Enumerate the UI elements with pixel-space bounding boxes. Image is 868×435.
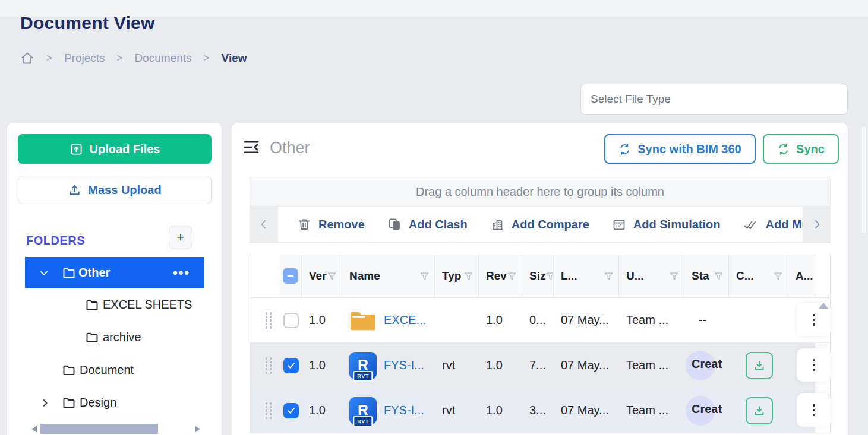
scrollbar-thumb[interactable]	[40, 424, 158, 434]
folder-tree-item-archive[interactable]: archive	[7, 321, 222, 354]
select-all-checkbox[interactable]	[283, 268, 298, 284]
breadcrumb-item-documents[interactable]: Documents	[135, 52, 192, 65]
folders-heading: FOLDERS	[26, 234, 85, 247]
add-mu-button[interactable]: Add Mu	[743, 217, 803, 231]
file-type-select[interactable]	[580, 84, 848, 115]
download-button[interactable]	[746, 352, 773, 379]
sync-with-bim360-button[interactable]: Sync with BIM 360	[604, 134, 756, 164]
grid-toolbar: RemoveAdd ClashAdd CompareAdd Simulation…	[250, 207, 831, 243]
toolbar-scroll-right-button[interactable]	[803, 207, 831, 242]
toolbar-button-label: Add Simulation	[633, 218, 721, 231]
row-checkbox[interactable]	[283, 358, 299, 373]
chevron-right-icon[interactable]	[40, 398, 52, 408]
page-scrollbar-thumb[interactable]	[861, 126, 867, 234]
column-header-label: L...	[561, 269, 577, 282]
table-row[interactable]: 1.0EXCE...1.00...07 May...Team ...--	[250, 298, 830, 343]
minus-icon	[286, 271, 295, 281]
row-menu-button[interactable]	[797, 348, 831, 382]
group-by-drop-zone[interactable]: Drag a column header here to group its c…	[250, 177, 831, 207]
mass-upload-label: Mass Upload	[88, 183, 161, 197]
column-header-ver[interactable]: Ver	[302, 255, 342, 297]
table-row[interactable]: 1.0RRVTFYS-I...rvt1.07...07 May...Team .…	[250, 343, 830, 388]
folder-tree-item-document[interactable]: Document	[7, 354, 222, 386]
cell-type: rvt	[435, 388, 479, 433]
cell-size: 0...	[522, 298, 554, 342]
row-checkbox[interactable]	[283, 313, 299, 328]
column-header-rev[interactable]: Rev	[479, 255, 522, 297]
mass-upload-icon	[68, 183, 81, 197]
toolbar-button-label: Remove	[318, 218, 365, 231]
folder-label: archive	[103, 331, 141, 344]
funnel-icon[interactable]	[419, 271, 430, 281]
cell-revision: 1.0	[479, 388, 522, 433]
add-clash-button[interactable]: Add Clash	[387, 217, 468, 231]
cell-version: 1.0	[302, 388, 342, 433]
column-header-label: Rev	[486, 269, 507, 282]
funnel-icon[interactable]	[327, 271, 337, 281]
add-simulation-button[interactable]: Add Simulation	[612, 217, 721, 231]
column-header-label: Siz	[529, 269, 545, 282]
column-header-name[interactable]: Name	[342, 255, 435, 297]
folder-label: Document	[80, 363, 134, 377]
upload-files-button[interactable]: Upload Files	[18, 134, 212, 164]
folder-outline-icon	[62, 266, 76, 280]
file-name-link[interactable]: FYS-I...	[384, 358, 424, 372]
trash-icon	[297, 217, 311, 231]
row-drag-handle[interactable]	[264, 312, 273, 329]
funnel-icon[interactable]	[545, 271, 554, 281]
row-drag-handle[interactable]	[264, 402, 273, 419]
collapse-panel-icon[interactable]	[242, 138, 260, 156]
home-icon[interactable]	[20, 51, 34, 65]
toolbar-scroll-left-button[interactable]	[250, 207, 278, 242]
breadcrumb-item-projects[interactable]: Projects	[64, 52, 105, 65]
page-title: Document View	[20, 13, 155, 33]
group-hint-text: Drag a column header here to group its c…	[416, 185, 664, 199]
funnel-icon[interactable]	[507, 271, 517, 281]
file-name-link[interactable]: FYS-I...	[384, 404, 424, 417]
scroll-right-arrow-icon[interactable]	[195, 426, 200, 433]
scroll-gutter	[815, 255, 830, 297]
sync-bim360-label: Sync with BIM 360	[637, 142, 741, 156]
remove-button[interactable]: Remove	[297, 217, 365, 231]
column-header-a[interactable]: A...	[788, 255, 815, 297]
folder-outline-icon	[85, 298, 99, 312]
download-button[interactable]	[746, 397, 773, 424]
column-header-sta[interactable]: Sta	[684, 255, 729, 297]
row-checkbox[interactable]	[283, 403, 299, 418]
add-compare-button[interactable]: Add Compare	[490, 217, 589, 231]
table-row[interactable]: 1.0RRVTFYS-I...rvt1.03...07 May...Team .…	[250, 388, 830, 433]
funnel-icon[interactable]	[669, 271, 679, 281]
funnel-icon[interactable]	[714, 271, 724, 281]
funnel-icon[interactable]	[773, 271, 783, 281]
folder-menu-icon[interactable]: •••	[173, 265, 190, 281]
row-menu-button[interactable]	[797, 393, 831, 427]
column-header-l[interactable]: L...	[554, 255, 619, 297]
kebab-icon	[813, 314, 815, 326]
grid-scroll-up-icon[interactable]	[819, 303, 828, 309]
column-header-c[interactable]: C...	[729, 255, 788, 297]
add-folder-button[interactable]: +	[169, 226, 192, 249]
calendar-icon	[612, 217, 626, 231]
cell-download	[729, 388, 788, 433]
sync-icon	[777, 143, 790, 155]
funnel-icon[interactable]	[604, 271, 614, 281]
column-header-u[interactable]: U...	[619, 255, 684, 297]
column-header-typ[interactable]: Typ	[435, 255, 479, 297]
sync-button[interactable]: Sync	[763, 134, 839, 164]
funnel-icon[interactable]	[463, 271, 474, 281]
breadcrumb-separator: >	[204, 52, 210, 64]
folder-tree-item-excel-sheets[interactable]: EXCEL SHEETS	[7, 288, 222, 321]
sidebar-horizontal-scrollbar[interactable]	[7, 423, 222, 435]
row-drag-handle[interactable]	[264, 357, 273, 374]
mass-upload-button[interactable]: Mass Upload	[18, 176, 212, 204]
scroll-left-arrow-icon[interactable]	[32, 426, 37, 433]
folder-tree-item-other[interactable]: Other•••	[25, 257, 204, 288]
grid-header-row: VerNameTypRevSizL...U...StaC...A...	[250, 255, 830, 298]
status-text: Creat	[692, 357, 722, 371]
cell-last-updated: 07 May...	[554, 343, 619, 388]
column-header-siz[interactable]: Siz	[522, 255, 554, 297]
file-name-link[interactable]: EXCE...	[384, 313, 426, 327]
chevron-down-icon[interactable]	[38, 267, 50, 279]
check-icon	[286, 361, 296, 370]
folder-tree-item-design[interactable]: Design	[7, 386, 222, 419]
